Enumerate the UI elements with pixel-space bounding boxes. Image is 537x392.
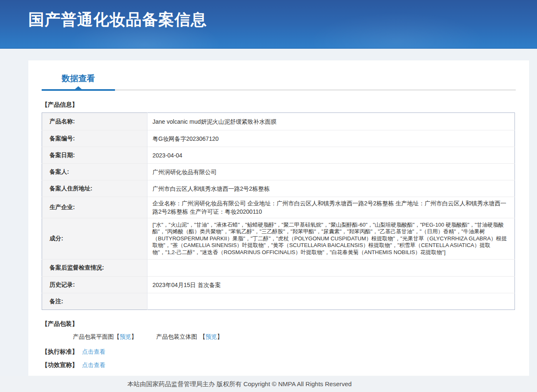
standard-row: 【执行标准】 点击查看: [42, 348, 529, 356]
packaging-stereo-item: 产品包装立体图【预览】: [156, 333, 223, 341]
page-header: 国产普通化妆品备案信息: [0, 0, 537, 49]
page-footer: 本站由国家药品监督管理局主办 版权所有 Copyright © NMPA All…: [0, 376, 537, 392]
content-card: 数据查看 【产品信息】 产品名称: Jane volcanic mud妍泥火山泥…: [28, 60, 529, 376]
table-row-manufacturer: 生产企业: 企业名称：广州润研化妆品有限公司 企业地址：广州市白云区人和镇秀水塘…: [42, 197, 515, 218]
row-value: [147, 260, 515, 277]
section-title-packaging: 【产品包装】: [42, 320, 529, 328]
tab-bar: 数据查看: [42, 60, 516, 91]
tab-data-view[interactable]: 数据查看: [42, 73, 115, 91]
packaging-row: 产品包装平面图【预览】 产品包装立体图【预览】: [73, 333, 529, 341]
efficacy-view-link[interactable]: 点击查看: [82, 362, 105, 369]
row-label: 成分:: [42, 218, 147, 260]
packaging-flat-label: 产品包装平面图: [73, 333, 114, 340]
table-row-ingredients: 成分: ["水"，"火山泥"，"甘油"，"液体石蜡"，"鲸蜡硬脂醇"，"聚二甲基…: [42, 218, 515, 260]
table-row-filer-address: 备案人住所地址: 广州市白云区人和镇秀水塘西一路2号2栋整栋: [42, 180, 515, 197]
bracket-close: 】: [217, 333, 223, 340]
row-value: 2023年04月15日 首次备案: [147, 277, 515, 293]
row-value: ["水"，"火山泥"，"甘油"，"液体石蜡"，"鲸蜡硬脂醇"，"聚二甲基硅氧烷"…: [147, 218, 515, 260]
page-title: 国产普通化妆品备案信息: [28, 9, 207, 30]
copyright-text: 本站由国家药品监督管理局主办 版权所有 Copyright © NMPA All…: [0, 376, 479, 388]
row-label: 备案人住所地址:: [42, 180, 147, 197]
section-title-efficacy: 【功效宣称】: [42, 361, 78, 369]
packaging-flat-item: 产品包装平面图【预览】: [73, 333, 137, 341]
row-value: 广州市白云区人和镇秀水塘西一路2号2栋整栋: [147, 180, 515, 197]
table-row-remarks: 备注:: [42, 293, 515, 310]
bracket-open: 【: [200, 333, 205, 340]
efficacy-row: 【功效宣称】 点击查看: [42, 361, 529, 369]
row-label: 备案后监督检查情况:: [42, 260, 147, 277]
table-row-history: 历史记录: 2023年04月15日 首次备案: [42, 277, 515, 293]
stereo-image-preview-link[interactable]: 预览: [205, 333, 217, 340]
table-row-filer: 备案人: 广州润研化妆品有限公司: [42, 164, 515, 180]
row-label: 备案日期:: [42, 147, 147, 164]
row-value: 广州润研化妆品有限公司: [147, 164, 515, 180]
flat-image-preview-link[interactable]: 预览: [120, 333, 131, 340]
table-row-product-name: 产品名称: Jane volcanic mud妍泥火山泥舒缓紧致补水面膜: [42, 113, 515, 130]
row-value: 企业名称：广州润研化妆品有限公司 企业地址：广州市白云区人和镇秀水塘西一路2号2…: [147, 197, 515, 218]
row-label: 产品名称:: [42, 113, 147, 130]
row-label: 生产企业:: [42, 197, 147, 218]
section-title-standard: 【执行标准】: [42, 348, 78, 356]
table-row-post-filing-inspection: 备案后监督检查情况:: [42, 260, 515, 277]
row-label: 备注:: [42, 293, 147, 310]
table-row-filing-date: 备案日期: 2023-04-04: [42, 147, 515, 164]
tab-divider-line: [115, 90, 516, 90]
row-value: 粤G妆网备字2023067120: [147, 130, 515, 147]
row-label: 历史记录:: [42, 277, 147, 293]
product-info-table: 产品名称: Jane volcanic mud妍泥火山泥舒缓紧致补水面膜 备案编…: [42, 112, 515, 310]
row-label: 备案编号:: [42, 130, 147, 147]
row-value: 2023-04-04: [147, 147, 515, 164]
section-title-product-info: 【产品信息】: [42, 101, 529, 109]
row-label: 备案人:: [42, 164, 147, 180]
row-value: Jane volcanic mud妍泥火山泥舒缓紧致补水面膜: [147, 113, 515, 130]
packaging-stereo-label: 产品包装立体图: [156, 333, 197, 340]
standard-view-link[interactable]: 点击查看: [82, 348, 105, 356]
bracket-close: 】: [131, 333, 137, 340]
row-value: [147, 293, 515, 310]
bracket-open: 【: [114, 333, 120, 340]
table-row-filing-number: 备案编号: 粤G妆网备字2023067120: [42, 130, 515, 147]
